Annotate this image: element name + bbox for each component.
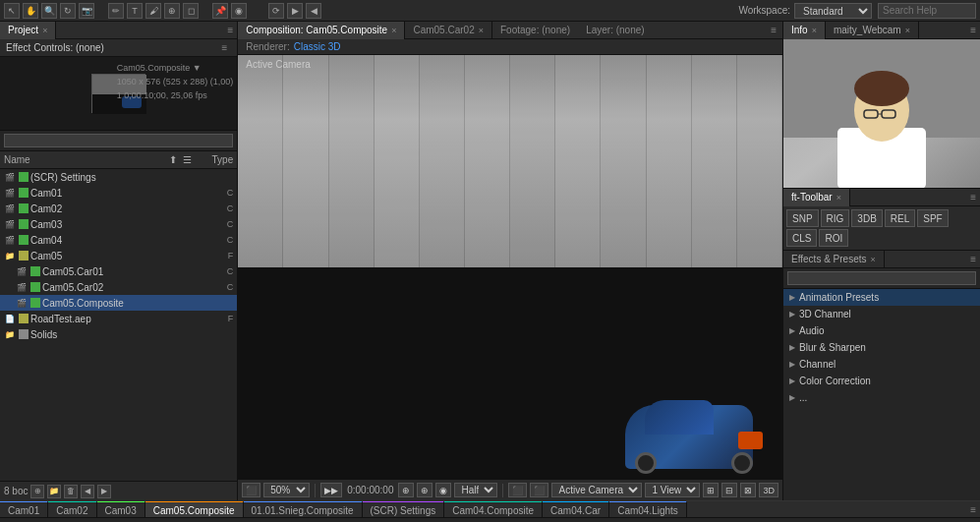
view-dropdown[interactable]: 1 View: [645, 483, 700, 497]
tool-brush[interactable]: 🖌: [145, 3, 161, 19]
ft-btn-3db[interactable]: 3DB: [851, 209, 882, 227]
tab-webcam-close[interactable]: ×: [905, 26, 910, 35]
ft-btn-snp[interactable]: SNP: [786, 209, 819, 227]
tab-cam04-lights[interactable]: Cam04.Lights: [609, 500, 687, 518]
camera-dropdown[interactable]: Active Camera: [551, 483, 642, 497]
effects-item-animation-presets[interactable]: ▶ Animation Presets: [783, 289, 980, 306]
tab-scr-settings[interactable]: (SCR) Settings: [363, 500, 445, 518]
tool-rotate[interactable]: ↻: [60, 3, 76, 19]
list-item[interactable]: 🎬 Cam03 C: [0, 216, 237, 232]
tool-roto[interactable]: ◉: [231, 3, 247, 19]
list-item[interactable]: 🎬 (SCR) Settings: [0, 169, 237, 185]
tool-pin[interactable]: 📌: [212, 3, 228, 19]
workspace-dropdown[interactable]: Standard: [794, 3, 872, 19]
viewer-btn1[interactable]: ▶▶: [320, 483, 342, 497]
tab-cam05-composite-close[interactable]: ×: [391, 26, 396, 35]
next-nav-icon[interactable]: ▶: [97, 485, 111, 498]
tool-text[interactable]: T: [127, 3, 143, 19]
new-folder-icon[interactable]: 📁: [47, 485, 61, 498]
list-item[interactable]: 🎬 Cam02 C: [0, 201, 237, 216]
viewer-grid[interactable]: ⊞: [703, 483, 719, 497]
main-layout: Project × ≡ Effect Controls: (none) ≡: [0, 22, 980, 500]
tab-cam04-car[interactable]: Cam04.Car: [543, 500, 609, 518]
tool-select[interactable]: ↖: [4, 3, 20, 19]
comp-panel-options[interactable]: ≡: [765, 25, 782, 35]
tab-ft-close[interactable]: ×: [836, 193, 841, 203]
tab-snieg[interactable]: 01.01.Snieg.Composite: [244, 500, 363, 518]
effects-item-3d-channel[interactable]: ▶ 3D Channel: [783, 306, 980, 322]
list-item[interactable]: 🎬 Cam05.Composite: [0, 295, 237, 311]
ft-panel-menu[interactable]: ≡: [970, 192, 980, 203]
trash-icon[interactable]: 🗑: [64, 485, 78, 498]
tool-pen[interactable]: ✏: [108, 3, 124, 19]
list-item[interactable]: 📄 RoadTest.aep F: [0, 311, 237, 326]
tab-info[interactable]: Info ×: [783, 22, 826, 39]
project-search-input[interactable]: [4, 134, 233, 147]
tab-project-close[interactable]: ×: [42, 26, 47, 35]
effects-item-color-correction[interactable]: ▶ Color Correction: [783, 373, 980, 389]
tab-cam04-composite[interactable]: Cam04.Composite: [444, 500, 543, 518]
panel-menu-icon[interactable]: ≡: [227, 25, 237, 35]
tool-extra3[interactable]: ◀: [306, 3, 321, 19]
effects-panel-menu[interactable]: ≡: [970, 254, 980, 264]
stripe: [283, 55, 328, 267]
tab-cam05-car02[interactable]: Cam05.Car02 ×: [405, 22, 492, 39]
timecode-display: 0:00:00:00: [345, 485, 395, 495]
viewer-3d[interactable]: 3D: [759, 483, 778, 497]
tab-cam01[interactable]: Cam01: [0, 500, 48, 518]
tool-zoom[interactable]: 🔍: [41, 3, 57, 19]
filter-icon[interactable]: ☰: [180, 154, 194, 165]
effects-item-audio[interactable]: ▶ Audio: [783, 322, 980, 339]
viewer-zoom-in[interactable]: ⬛: [242, 483, 260, 497]
top-toolbar: ↖ ✋ 🔍 ↻ 📷 ✏ T 🖌 ⊕ ◻ 📌 ◉ ⟳ ▶ ◀ Workspace:…: [0, 0, 980, 22]
tab-webcam[interactable]: maity_Webcam ×: [826, 22, 919, 39]
tab-cam05-composite-tl[interactable]: Cam05.Composite: [145, 500, 244, 518]
viewer-mask[interactable]: ⊠: [740, 483, 756, 497]
tab-cam02[interactable]: Cam02: [48, 500, 96, 518]
ft-btn-roi[interactable]: ROI: [819, 229, 848, 247]
tab-effects[interactable]: Effects & Presets ×: [783, 251, 885, 268]
ft-btn-rig[interactable]: RIG: [821, 209, 850, 227]
search-help-input[interactable]: [878, 3, 976, 19]
tab-cam05-composite[interactable]: Composition: Cam05.Composite ×: [238, 22, 405, 39]
list-item[interactable]: 🎬 Cam01 C: [0, 185, 237, 201]
effects-item-channel[interactable]: ▶ Channel: [783, 356, 980, 373]
viewer-btn2[interactable]: ⊕: [398, 483, 414, 497]
tab-project[interactable]: Project ×: [0, 22, 56, 39]
tab-cam03[interactable]: Cam03: [97, 500, 145, 518]
tab-effects-close[interactable]: ×: [871, 255, 876, 264]
viewer-snap[interactable]: ⊟: [721, 483, 737, 497]
tab-ft-toolbar[interactable]: ft-Toolbar ×: [783, 189, 850, 206]
viewer-btn5[interactable]: ⬛: [508, 483, 527, 497]
new-comp-icon[interactable]: ⊕: [30, 485, 44, 498]
sort-icon[interactable]: ⬆: [166, 154, 180, 165]
ft-btn-rel[interactable]: REL: [885, 209, 915, 227]
list-item[interactable]: 📁 Cam05 F: [0, 248, 237, 263]
viewer-btn4[interactable]: ◉: [435, 483, 451, 497]
effects-search-input[interactable]: [787, 271, 976, 285]
info-panel-menu[interactable]: ≡: [970, 25, 980, 35]
effects-item-blur-sharpen[interactable]: ▶ Blur & Sharpen: [783, 339, 980, 356]
list-item[interactable]: 📁 Solids: [0, 326, 237, 342]
prev-nav-icon[interactable]: ◀: [81, 485, 94, 498]
viewer-btn3[interactable]: ⊕: [417, 483, 432, 497]
ft-btn-cls[interactable]: CLS: [786, 229, 817, 247]
tool-stamp[interactable]: ⊕: [164, 3, 180, 19]
tool-extra2[interactable]: ▶: [287, 3, 303, 19]
tab-cam05-car02-close[interactable]: ×: [479, 26, 484, 35]
tab-info-close[interactable]: ×: [812, 26, 817, 35]
tool-extra1[interactable]: ⟳: [268, 3, 284, 19]
tool-shape[interactable]: ◻: [183, 3, 199, 19]
effect-controls-menu[interactable]: ≡: [221, 42, 231, 53]
list-item[interactable]: 🎬 Cam05.Car01 C: [0, 263, 237, 279]
tool-camera[interactable]: 📷: [79, 3, 94, 19]
zoom-dropdown[interactable]: 50%: [263, 483, 310, 497]
ft-btn-spf[interactable]: SPF: [917, 209, 948, 227]
quality-dropdown[interactable]: Half: [454, 483, 497, 497]
timeline-panel-menu[interactable]: ≡: [966, 504, 980, 515]
tool-hand[interactable]: ✋: [23, 3, 38, 19]
viewer-btn6[interactable]: ⬛: [530, 483, 548, 497]
effects-item-more[interactable]: ▶ ...: [783, 389, 980, 406]
list-item[interactable]: 🎬 Cam04 C: [0, 232, 237, 248]
list-item[interactable]: 🎬 Cam05.Car02 C: [0, 279, 237, 295]
